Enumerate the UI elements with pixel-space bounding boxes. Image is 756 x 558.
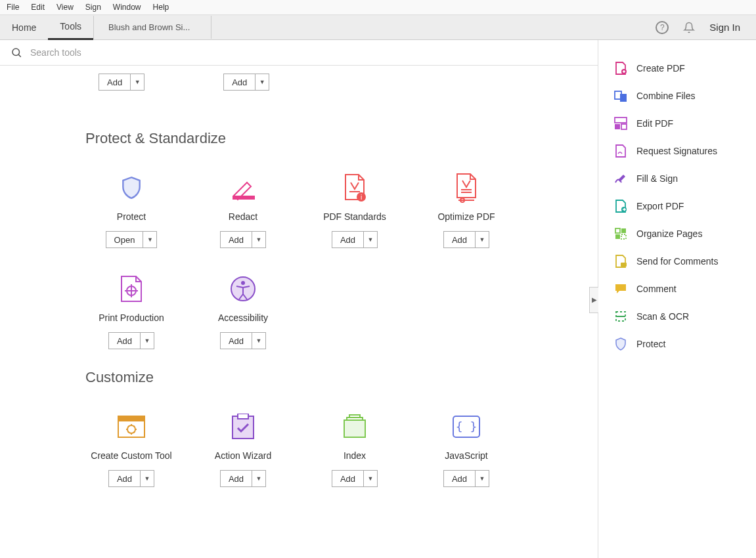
edit-icon [614, 117, 627, 130]
add-button[interactable]: Add▼ [220, 231, 266, 248]
sidebar-item-label: Combine Files [636, 91, 695, 101]
chevron-down-icon[interactable]: ▼ [252, 232, 265, 247]
tools-content[interactable]: Add▼ Add▼ Protect & Standardize Protect … [0, 66, 598, 558]
svg-rect-28 [615, 118, 627, 123]
sidebar-item-send-comments[interactable]: Send for Comments [598, 247, 756, 275]
add-button[interactable]: Add▼ [108, 470, 154, 487]
chevron-down-icon[interactable]: ▼ [364, 232, 377, 247]
tab-tools[interactable]: Tools [48, 14, 93, 40]
sidebar-item-label: Comment [636, 284, 677, 294]
sidebar-item-label: Edit PDF [636, 118, 673, 129]
svg-rect-33 [621, 228, 626, 233]
svg-rect-20 [344, 420, 365, 437]
sidebar-item-signatures[interactable]: Request Signatures [598, 137, 756, 165]
menu-sign[interactable]: Sign [85, 3, 101, 12]
tool-protect[interactable]: Protect Open▼ [85, 173, 177, 248]
add-button[interactable]: Add▼ [332, 470, 378, 487]
tool-label: Action Wizard [215, 450, 271, 461]
svg-rect-32 [615, 228, 620, 233]
search-icon [11, 47, 22, 58]
add-button[interactable]: Add▼ [108, 332, 154, 349]
svg-rect-35 [621, 234, 626, 239]
menu-window[interactable]: Window [113, 3, 141, 12]
sidebar-item-create-pdf[interactable]: Create PDF [598, 54, 756, 82]
sidebar-item-comment[interactable]: Comment [598, 275, 756, 303]
sidebar-item-combine[interactable]: Combine Files [598, 82, 756, 110]
menu-file[interactable]: File [7, 3, 19, 12]
sidebar-item-label: Scan & OCR [636, 311, 689, 322]
chevron-down-icon[interactable]: ▼ [141, 471, 154, 486]
add-button[interactable]: Add▼ [443, 470, 489, 487]
tab-document[interactable]: Blush and Brown Si... [93, 16, 211, 39]
export-icon [614, 200, 627, 213]
add-button[interactable]: Add▼ [220, 470, 266, 487]
add-button[interactable]: Add▼ [332, 231, 378, 248]
sidebar-item-label: Organize Pages [636, 228, 702, 239]
open-button[interactable]: Open▼ [106, 231, 158, 248]
sidebar-item-edit-pdf[interactable]: Edit PDF [598, 110, 756, 137]
print-production-icon [117, 274, 146, 303]
sidebar-item-label: Export PDF [636, 201, 684, 211]
svg-rect-19 [238, 414, 248, 419]
tool-label: Create Custom Tool [91, 450, 171, 461]
chevron-down-icon[interactable]: ▼ [256, 74, 269, 90]
section-title-customize: Customize [85, 369, 571, 386]
chevron-down-icon[interactable]: ▼ [141, 333, 154, 349]
sign-in-button[interactable]: Sign In [709, 22, 740, 33]
collapse-sidebar-button[interactable]: ▶ [589, 287, 598, 313]
sidebar-item-export[interactable]: Export PDF [598, 192, 756, 220]
svg-rect-22 [349, 415, 360, 418]
tool-pdf-standards[interactable]: i PDF Standards Add▼ [309, 173, 401, 248]
orphan-add-button-1[interactable]: Add▼ [223, 74, 269, 91]
add-button[interactable]: Add▼ [443, 231, 489, 248]
chevron-down-icon[interactable]: ▼ [476, 471, 489, 486]
chevron-down-icon[interactable]: ▼ [252, 333, 265, 349]
chevron-down-icon[interactable]: ▼ [131, 74, 144, 90]
tool-label: JavaScript [445, 450, 487, 461]
tool-action-wizard[interactable]: Action Wizard Add▼ [197, 412, 289, 487]
chevron-down-icon[interactable]: ▼ [364, 471, 377, 486]
help-icon[interactable]: ? [656, 21, 669, 34]
search-input[interactable] [30, 47, 587, 58]
organize-icon [614, 227, 627, 240]
send-comments-icon [614, 255, 627, 268]
svg-rect-36 [621, 263, 627, 267]
menu-view[interactable]: View [56, 3, 74, 12]
sidebar-item-label: Protect [636, 339, 665, 349]
sidebar-item-fill-sign[interactable]: Fill & Sign [598, 165, 756, 192]
chevron-down-icon[interactable]: ▼ [143, 232, 156, 247]
index-icon [340, 412, 369, 441]
svg-rect-29 [615, 124, 620, 129]
optimize-icon [452, 173, 481, 202]
menu-help[interactable]: Help [153, 3, 169, 12]
sidebar-item-organize[interactable]: Organize Pages [598, 220, 756, 247]
tool-javascript[interactable]: { } JavaScript Add▼ [420, 412, 512, 487]
signature-icon [614, 144, 627, 158]
tab-bar: Home Tools Blush and Brown Si... ? Sign … [0, 15, 756, 40]
tool-label: PDF Standards [323, 211, 386, 222]
tool-label: Accessibility [218, 312, 268, 323]
right-sidebar: Create PDF Combine Files Edit PDF Reques… [598, 40, 756, 558]
svg-rect-27 [620, 94, 627, 102]
add-button[interactable]: Add▼ [220, 332, 266, 349]
tool-redact[interactable]: Redact Add▼ [197, 173, 289, 248]
orphan-add-button-0[interactable]: Add▼ [99, 74, 145, 91]
svg-point-0 [12, 49, 20, 56]
create-pdf-icon [614, 62, 627, 75]
svg-rect-18 [233, 416, 254, 439]
tool-print-production[interactable]: Print Production Add▼ [85, 274, 177, 349]
menu-edit[interactable]: Edit [31, 3, 45, 12]
tool-create-custom[interactable]: Create Custom Tool Add▼ [85, 412, 177, 487]
tool-index[interactable]: Index Add▼ [309, 412, 401, 487]
chevron-down-icon[interactable]: ▼ [476, 232, 489, 247]
tool-optimize-pdf[interactable]: Optimize PDF Add▼ [420, 173, 512, 248]
sidebar-item-scan-ocr[interactable]: Scan & OCR [598, 303, 756, 330]
chevron-down-icon[interactable]: ▼ [252, 471, 265, 486]
svg-point-14 [241, 281, 245, 285]
tab-home[interactable]: Home [0, 16, 48, 39]
menu-bar: File Edit View Sign Window Help [0, 0, 756, 15]
shield-icon [117, 173, 146, 202]
tool-accessibility[interactable]: Accessibility Add▼ [197, 274, 289, 349]
sidebar-item-protect[interactable]: Protect [598, 330, 756, 358]
notifications-icon[interactable] [683, 22, 695, 33]
